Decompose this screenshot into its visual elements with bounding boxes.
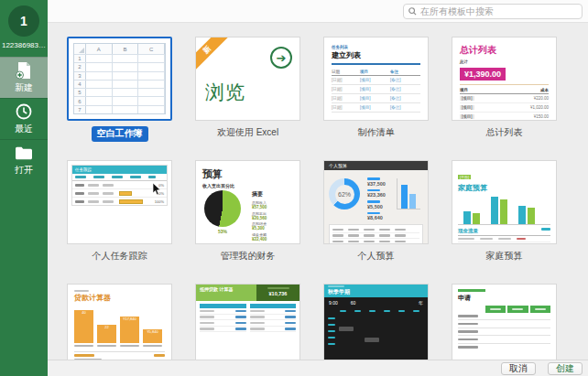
template-gallery-window: 1 122386983… 新建 最近 打开 bbox=[0, 0, 588, 376]
template-caption: 欢迎使用 Excel bbox=[217, 126, 278, 139]
top-bar bbox=[48, 0, 588, 23]
create-button[interactable]: 创建 bbox=[548, 362, 583, 375]
cancel-button[interactable]: 取消 bbox=[501, 362, 536, 375]
total-value: ¥1,390.00 bbox=[460, 68, 506, 81]
donut-chart: 62% bbox=[329, 178, 360, 209]
mouse-cursor bbox=[152, 183, 161, 199]
new-ribbon: 新 bbox=[195, 37, 229, 71]
template-make-list[interactable]: 任务列表 建立列表 日期 项目 备注 [日期][项目][备注] [日期][项目]… bbox=[323, 37, 429, 121]
template-grid-area: A B C 1 2 3 4 5 6 7 空 bbox=[48, 23, 588, 360]
bar-chart: 40 22 ¥17,840 ¥5,840 bbox=[74, 306, 165, 343]
template-caption: 家庭预算 bbox=[486, 250, 523, 263]
template-caption: 制作清单 bbox=[358, 126, 395, 139]
clock-icon bbox=[15, 102, 33, 121]
template-manage-finances[interactable]: 预算 收入支出百分比 53% 摘要 总和收入 ¥57,50 bbox=[195, 160, 300, 244]
template-family-budget[interactable]: [年份] 家庭预算 现金流量 每月收入 bbox=[452, 160, 557, 244]
bar-chart bbox=[458, 196, 550, 225]
sidebar-item-label: 新建 bbox=[15, 81, 33, 94]
account-avatar[interactable]: 1 bbox=[8, 5, 39, 37]
template-caption: 空白工作簿 bbox=[92, 126, 148, 142]
template-caption: 总计列表 bbox=[486, 126, 523, 139]
template-loan-calculator[interactable]: 贷款计算器 40 22 ¥17,840 ¥5,840 bbox=[67, 284, 172, 360]
sidebar-item-new[interactable]: 新建 bbox=[0, 57, 48, 98]
template-personal-budget[interactable]: 个人预算 62% ¥37,500 ¥23,360 ¥5,500 ¥8,640 bbox=[323, 160, 429, 244]
template-task-tracker[interactable]: 任务跟踪 0% 50% 100% bbox=[67, 160, 172, 244]
template-search-box[interactable] bbox=[403, 4, 583, 19]
bar-chart bbox=[397, 178, 420, 209]
sidebar-item-open[interactable]: 打开 bbox=[0, 139, 48, 180]
browse-title: 浏览 bbox=[205, 80, 245, 105]
search-input[interactable] bbox=[420, 6, 577, 16]
template-caption: 个人任务跟踪 bbox=[93, 250, 147, 263]
dialog-footer: 取消 创建 bbox=[48, 360, 588, 376]
sidebar-item-label: 最近 bbox=[15, 123, 33, 135]
sidebar-item-label: 打开 bbox=[15, 164, 33, 177]
sidebar-item-recent[interactable]: 最近 bbox=[0, 98, 48, 139]
search-icon bbox=[408, 7, 417, 16]
template-mortgage-calculator[interactable]: 抵押贷款 计算器 ¥10,736 bbox=[195, 284, 300, 360]
template-application-form[interactable]: 申请 bbox=[452, 284, 557, 360]
account-username: 122386983… bbox=[2, 41, 46, 49]
sidebar: 1 122386983… 新建 最近 打开 bbox=[0, 0, 48, 376]
template-semester-schedule[interactable]: 秋季学期 9:00 60 年 bbox=[323, 284, 429, 360]
template-caption: 管理我的财务 bbox=[221, 250, 276, 263]
template-welcome-excel[interactable]: 新 浏览 ➔ bbox=[195, 37, 300, 121]
select-all-corner bbox=[74, 44, 86, 54]
pie-chart bbox=[204, 190, 241, 227]
folder-icon bbox=[15, 144, 33, 162]
template-blank-workbook[interactable]: A B C 1 2 3 4 5 6 7 bbox=[67, 37, 172, 121]
spreadsheet-preview: A B C 1 2 3 4 5 6 7 bbox=[73, 43, 166, 114]
template-caption: 个人预算 bbox=[358, 250, 395, 263]
arrow-circle-icon: ➔ bbox=[270, 47, 292, 69]
template-total-list[interactable]: 总计列表 总计 ¥1,390.00 项目成本 [项目]¥220.00 [项目]¥… bbox=[452, 37, 557, 121]
main-panel: A B C 1 2 3 4 5 6 7 空 bbox=[48, 0, 588, 376]
new-document-icon bbox=[15, 61, 33, 80]
